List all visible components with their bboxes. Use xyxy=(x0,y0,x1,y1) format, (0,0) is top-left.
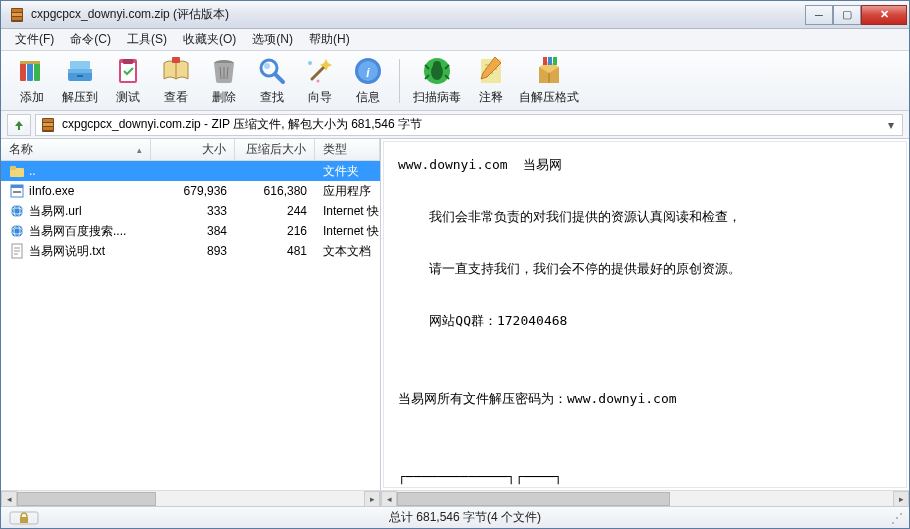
svg-rect-16 xyxy=(172,57,180,63)
header-packed[interactable]: 压缩后大小 xyxy=(235,139,315,160)
svg-rect-1 xyxy=(12,9,22,12)
close-button[interactable]: ✕ xyxy=(861,5,907,25)
menubar: 文件(F) 命令(C) 工具(S) 收藏夹(O) 选项(N) 帮助(H) xyxy=(1,29,909,51)
header-name[interactable]: 名称▴ xyxy=(1,139,151,160)
menu-tools[interactable]: 工具(S) xyxy=(119,28,175,51)
search-icon xyxy=(256,55,288,87)
file-row[interactable]: 当易网.url333244Internet 快 xyxy=(1,201,380,221)
scroll-thumb[interactable] xyxy=(17,492,156,506)
svg-rect-11 xyxy=(77,75,83,77)
view-button[interactable]: 查看 xyxy=(153,53,199,109)
svg-rect-3 xyxy=(12,17,22,20)
svg-rect-9 xyxy=(68,69,92,73)
file-row[interactable]: iInfo.exe679,936616,380应用程序 xyxy=(1,181,380,201)
address-field[interactable]: cxpgcpcx_downyi.com.zip - ZIP 压缩文件, 解包大小… xyxy=(35,114,903,136)
address-dropdown[interactable]: ▾ xyxy=(884,118,898,132)
svg-rect-54 xyxy=(13,191,21,193)
app-icon xyxy=(9,7,25,23)
lock-icon xyxy=(9,511,39,525)
file-type: Internet 快 xyxy=(315,221,380,242)
menu-commands[interactable]: 命令(C) xyxy=(62,28,119,51)
window-controls: ─ ▢ ✕ xyxy=(805,5,907,25)
file-packed: 616,380 xyxy=(235,182,315,200)
app-window: cxpgcpcx_downyi.com.zip (评估版本) ─ ▢ ✕ 文件(… xyxy=(0,0,910,529)
window-title: cxpgcpcx_downyi.com.zip (评估版本) xyxy=(31,6,805,23)
extract-button[interactable]: 解压到 xyxy=(57,53,103,109)
content-area: 名称▴ 大小 压缩后大小 类型 ..文件夹iInfo.exe679,936616… xyxy=(1,139,909,506)
info-button[interactable]: i信息 xyxy=(345,53,391,109)
wizard-button[interactable]: 向导 xyxy=(297,53,343,109)
sfx-button[interactable]: 自解压格式 xyxy=(516,53,582,109)
file-size: 384 xyxy=(151,222,235,240)
sort-indicator: ▴ xyxy=(137,145,142,155)
file-name: 当易网.url xyxy=(29,203,82,220)
svg-rect-47 xyxy=(43,119,53,122)
comment-button[interactable]: 注释 xyxy=(468,53,514,109)
maximize-button[interactable]: ▢ xyxy=(833,5,861,25)
svg-line-24 xyxy=(312,65,326,79)
menu-file[interactable]: 文件(F) xyxy=(7,28,62,51)
file-row[interactable]: ..文件夹 xyxy=(1,161,380,181)
svg-point-32 xyxy=(433,61,441,69)
info-icon: i xyxy=(352,55,384,87)
delete-button[interactable]: 删除 xyxy=(201,53,247,109)
add-button[interactable]: 添加 xyxy=(9,53,55,109)
titlebar: cxpgcpcx_downyi.com.zip (评估版本) ─ ▢ ✕ xyxy=(1,1,909,29)
svg-rect-7 xyxy=(20,61,40,64)
txt-icon xyxy=(9,243,25,259)
note-icon xyxy=(475,55,507,87)
scroll-thumb[interactable] xyxy=(397,492,670,506)
scroll-left[interactable]: ◂ xyxy=(1,491,17,507)
file-packed xyxy=(235,169,315,173)
url-icon xyxy=(9,223,25,239)
menu-options[interactable]: 选项(N) xyxy=(244,28,301,51)
scan-button[interactable]: 扫描病毒 xyxy=(408,53,466,109)
svg-point-58 xyxy=(11,225,23,237)
svg-point-26 xyxy=(317,80,320,83)
svg-rect-53 xyxy=(11,185,23,188)
up-button[interactable] xyxy=(7,114,31,136)
file-name: iInfo.exe xyxy=(29,184,74,198)
resize-grip[interactable]: ⋰ xyxy=(891,511,901,525)
svg-rect-49 xyxy=(43,127,53,130)
test-button[interactable]: 测试 xyxy=(105,53,151,109)
file-name: 当易网说明.txt xyxy=(29,243,105,260)
svg-rect-51 xyxy=(10,166,16,170)
svg-line-22 xyxy=(275,74,283,82)
preview-scrollbar[interactable]: ◂ ▸ xyxy=(381,490,909,506)
find-button[interactable]: 查找 xyxy=(249,53,295,109)
scroll-track[interactable] xyxy=(17,492,364,506)
svg-rect-10 xyxy=(70,61,90,69)
file-packed: 244 xyxy=(235,202,315,220)
drawer-icon xyxy=(64,55,96,87)
menu-favorites[interactable]: 收藏夹(O) xyxy=(175,28,244,51)
scroll-track[interactable] xyxy=(397,492,893,506)
svg-rect-2 xyxy=(12,13,22,16)
svg-rect-43 xyxy=(543,57,547,65)
address-text: cxpgcpcx_downyi.com.zip - ZIP 压缩文件, 解包大小… xyxy=(62,116,878,133)
svg-rect-48 xyxy=(43,123,53,126)
svg-point-55 xyxy=(11,205,23,217)
svg-point-25 xyxy=(308,61,312,65)
file-list[interactable]: ..文件夹iInfo.exe679,936616,380应用程序当易网.url3… xyxy=(1,161,380,490)
scroll-left[interactable]: ◂ xyxy=(381,491,397,507)
header-size[interactable]: 大小 xyxy=(151,139,235,160)
trash-icon xyxy=(208,55,240,87)
svg-rect-66 xyxy=(20,517,28,523)
address-bar: cxpgcpcx_downyi.com.zip - ZIP 压缩文件, 解包大小… xyxy=(1,111,909,139)
file-packed: 481 xyxy=(235,242,315,260)
preview-text: www.downyi.com 当易网 我们会非常负责的对我们提供的资源认真阅读和… xyxy=(383,141,907,488)
header-type[interactable]: 类型 xyxy=(315,139,380,160)
minimize-button[interactable]: ─ xyxy=(805,5,833,25)
scroll-right[interactable]: ▸ xyxy=(893,491,909,507)
menu-help[interactable]: 帮助(H) xyxy=(301,28,358,51)
file-packed: 216 xyxy=(235,222,315,240)
file-row[interactable]: 当易网说明.txt893481文本文档 xyxy=(1,241,380,261)
horizontal-scrollbar[interactable]: ◂ ▸ xyxy=(1,490,380,506)
statusbar: 总计 681,546 字节(4 个文件) ⋰ xyxy=(1,506,909,528)
file-type: 文本文档 xyxy=(315,241,380,262)
scroll-right[interactable]: ▸ xyxy=(364,491,380,507)
bug-icon xyxy=(421,55,453,87)
file-type: Internet 快 xyxy=(315,201,380,222)
file-row[interactable]: 当易网百度搜索....384216Internet 快 xyxy=(1,221,380,241)
